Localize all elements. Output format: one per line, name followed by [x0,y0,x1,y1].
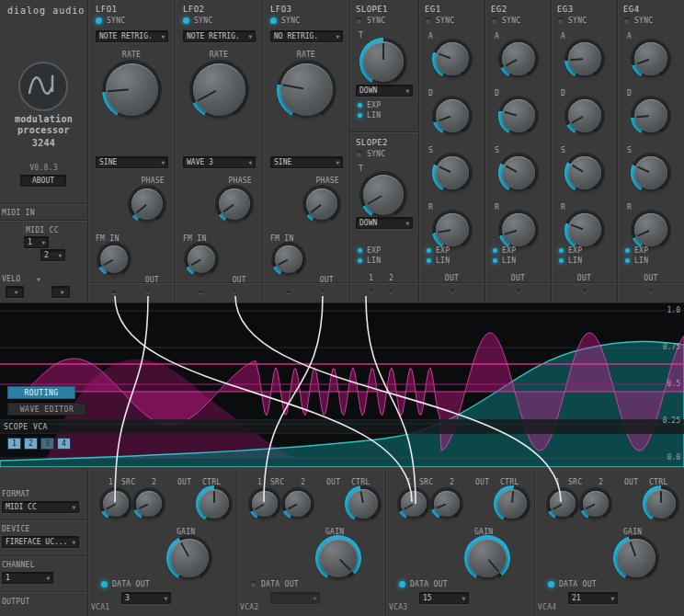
vca2-data-out-toggle[interactable]: DATA OUT [250,580,299,588]
vca4-gain-knob[interactable] [617,539,656,577]
vca1-gain-knob[interactable] [170,539,209,577]
vca3-src1-knob[interactable] [401,491,427,517]
channel-select[interactable]: 1 ▼ [2,572,53,584]
slope1-sync-toggle[interactable]: SYNC [356,17,385,25]
eg3-sync-toggle[interactable]: SYNC [557,17,587,25]
device-select[interactable]: FIREFACE UC... ▼ [2,536,79,548]
scope-vca-button-2[interactable]: 2 [24,438,38,450]
vca4-ctrl-knob[interactable] [646,489,676,519]
eg3-lin-toggle[interactable]: LIN [559,257,582,265]
vca4-data-out-select[interactable]: 21 ▼ [568,592,618,604]
lfo1-fm-knob[interactable] [100,245,128,273]
slope2-exp-toggle[interactable]: EXP [358,246,381,255]
eg4-decay-knob[interactable] [634,99,667,132]
eg3-decay-knob[interactable] [568,99,601,132]
lfo3-out-jack[interactable]: ▼ [317,286,327,296]
lfo3-phase-knob[interactable] [306,188,337,220]
lfo2-sync-toggle[interactable]: SYNC [183,17,212,25]
wave-editor-tab[interactable]: WAVE EDITOR [7,403,86,416]
lfo2-retrig-select[interactable]: NOTE RETRIG. ▼ [183,30,256,42]
lfo1-rate-knob[interactable] [106,63,158,116]
vca1-src2-knob[interactable] [136,491,162,517]
vca1-src1-knob[interactable] [103,491,129,517]
eg2-decay-knob[interactable] [502,99,535,132]
about-button[interactable]: ABOUT [20,175,66,187]
eg3-out-jack[interactable]: ▼ [580,286,590,296]
eg2-release-knob[interactable] [502,213,535,246]
eg4-attack-knob[interactable] [634,42,667,75]
eg3-exp-toggle[interactable]: EXP [559,246,582,255]
lfo1-phase-knob[interactable] [131,188,163,220]
lfo1-out-jack[interactable]: ▼ [142,286,153,296]
eg4-sustain-knob[interactable] [634,156,667,189]
eg4-exp-toggle[interactable]: EXP [625,246,648,255]
eg2-exp-toggle[interactable]: EXP [493,246,516,255]
eg3-sustain-knob[interactable] [568,156,601,189]
lfo3-wave-select[interactable]: SINE ▼ [270,156,343,168]
lfo2-out-jack[interactable]: ▼ [230,286,240,296]
midi-cc2-select[interactable]: 2 ▼ [40,249,65,261]
lfo2-wave-select[interactable]: WAVE 3 ▼ [183,156,256,168]
vca1-data-out-select[interactable]: 3 ▼ [121,592,171,604]
eg2-sustain-knob[interactable] [502,156,535,189]
midi-cc1-select[interactable]: 1 ▼ [24,236,49,248]
eg1-release-knob[interactable] [436,213,469,246]
vca4-data-out-toggle[interactable]: DATA OUT [548,580,597,588]
vca3-gain-knob[interactable] [468,539,507,577]
eg4-release-knob[interactable] [634,213,667,246]
lfo2-fm-knob[interactable] [188,245,215,273]
eg4-lin-toggle[interactable]: LIN [625,257,648,265]
lfo3-rate-knob[interactable] [280,63,333,116]
vca4-src1-knob[interactable] [550,491,576,517]
lfo1-sync-toggle[interactable]: SYNC [96,17,125,25]
routing-tab[interactable]: ROUTING [7,386,75,399]
lfo3-retrig-select[interactable]: NO RETRIG. ▼ [270,30,343,42]
scope-vca-button-3[interactable]: 3 [40,438,54,450]
lfo1-retrig-select[interactable]: NOTE RETRIG. ▼ [96,30,168,42]
slope1-exp-toggle[interactable]: EXP [358,101,381,109]
eg1-decay-knob[interactable] [436,99,469,132]
lfo1-wave-select[interactable]: SINE ▼ [96,156,168,168]
slope1-lin-toggle[interactable]: LIN [358,111,381,120]
velo-select-2[interactable]: ▼ [51,286,70,298]
vca2-ctrl-knob[interactable] [348,489,378,519]
eg2-out-jack[interactable]: ▼ [514,286,524,296]
lfo2-rate-knob[interactable] [193,63,245,116]
format-select[interactable]: MIDI CC ▼ [2,501,79,513]
lfo2-in-jack[interactable]: ▲ [196,286,206,296]
vca3-ctrl-knob[interactable] [497,489,527,519]
lfo3-sync-toggle[interactable]: SYNC [270,17,300,25]
eg4-sync-toggle[interactable]: SYNC [623,17,653,25]
vca3-data-out-toggle[interactable]: DATA OUT [399,580,448,588]
eg2-lin-toggle[interactable]: LIN [493,257,516,265]
vca2-gain-knob[interactable] [319,539,358,577]
vca2-data-out-select[interactable]: ▼ [270,592,320,604]
eg1-sustain-knob[interactable] [436,156,469,189]
slope-out1-jack[interactable]: ▼ [366,286,376,296]
lfo3-fm-knob[interactable] [275,245,302,273]
eg1-attack-knob[interactable] [436,42,469,75]
vca3-data-out-select[interactable]: 15 ▼ [419,592,469,604]
eg1-exp-toggle[interactable]: EXP [427,246,450,255]
eg2-sync-toggle[interactable]: SYNC [491,17,520,25]
eg3-release-knob[interactable] [568,213,601,246]
scope-vca-button-4[interactable]: 4 [57,438,71,450]
vca2-src2-knob[interactable] [285,491,311,517]
slope2-time-knob[interactable] [363,175,404,215]
vca4-src2-knob[interactable] [583,491,609,517]
lfo2-phase-knob[interactable] [219,188,250,220]
eg1-out-jack[interactable]: ▼ [448,286,458,296]
eg2-attack-knob[interactable] [502,42,535,75]
scope-vca-button-1[interactable]: 1 [7,438,21,450]
slope2-lin-toggle[interactable]: LIN [358,257,381,265]
eg4-out-jack[interactable]: ▼ [646,286,656,296]
eg1-sync-toggle[interactable]: SYNC [425,17,454,25]
eg3-attack-knob[interactable] [568,42,601,75]
vca1-data-out-toggle[interactable]: DATA OUT [101,580,150,588]
vca1-ctrl-knob[interactable] [200,489,229,519]
slope2-direction-select[interactable]: DOWN ▼ [356,217,413,229]
slope1-time-knob[interactable] [363,41,404,82]
slope-out2-jack[interactable]: ▼ [386,286,396,296]
velo-select-1[interactable]: ▼ [6,286,24,298]
vca3-src2-knob[interactable] [434,491,460,517]
